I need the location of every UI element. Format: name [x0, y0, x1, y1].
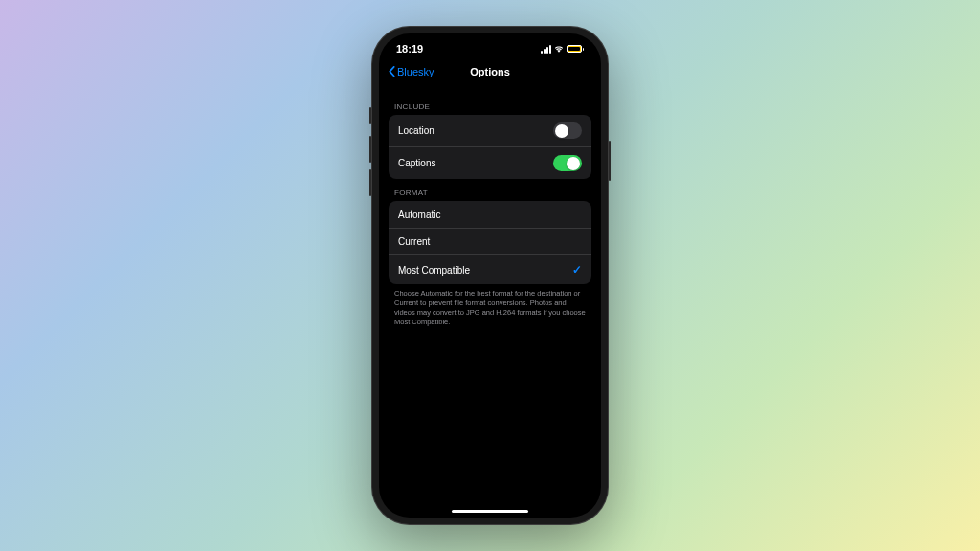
- format-header: FORMAT: [389, 179, 591, 201]
- wifi-icon: [554, 45, 564, 53]
- status-icons: 24: [541, 45, 584, 54]
- home-indicator[interactable]: [452, 510, 528, 513]
- format-automatic-row[interactable]: Automatic: [389, 201, 591, 228]
- battery-icon: 24: [567, 45, 584, 53]
- status-time: 18:19: [396, 43, 423, 55]
- notch: [450, 33, 530, 51]
- phone-frame: 18:19 24 Bluesky Opti: [371, 26, 609, 525]
- page-title: Options: [470, 66, 510, 77]
- location-toggle[interactable]: [553, 122, 582, 139]
- chevron-left-icon: [389, 67, 395, 77]
- format-footer: Choose Automatic for the best format for…: [389, 284, 591, 333]
- phone-screen: 18:19 24 Bluesky Opti: [379, 33, 601, 518]
- include-group: Location Captions: [389, 115, 591, 179]
- nav-bar: Bluesky Options: [379, 60, 601, 85]
- location-row: Location: [389, 115, 591, 146]
- mute-switch: [369, 107, 371, 124]
- back-button[interactable]: Bluesky: [389, 66, 434, 77]
- format-most-compatible-label: Most Compatible: [398, 265, 470, 276]
- format-most-compatible-row[interactable]: Most Compatible ✓: [389, 254, 591, 284]
- format-group: Automatic Current Most Compatible ✓: [389, 201, 591, 284]
- captions-label: Captions: [398, 158, 435, 168]
- include-header: INCLUDE: [389, 93, 591, 115]
- captions-toggle[interactable]: [553, 155, 582, 171]
- location-label: Location: [398, 125, 434, 136]
- format-current-label: Current: [398, 236, 430, 247]
- cellular-icon: [541, 45, 551, 54]
- volume-down-button: [369, 169, 371, 196]
- power-button: [609, 141, 611, 181]
- captions-row: Captions: [389, 146, 591, 179]
- back-label: Bluesky: [397, 66, 434, 77]
- volume-up-button: [369, 136, 371, 163]
- content: INCLUDE Location Captions FORMAT Automat…: [379, 85, 601, 341]
- checkmark-icon: ✓: [572, 263, 582, 276]
- format-automatic-label: Automatic: [398, 209, 440, 220]
- format-current-row[interactable]: Current: [389, 228, 591, 254]
